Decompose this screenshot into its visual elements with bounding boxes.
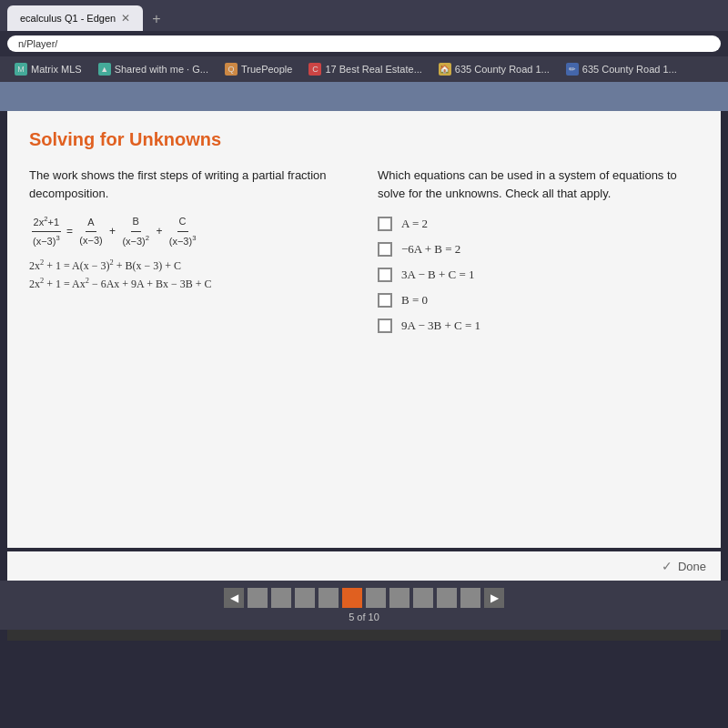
page-btn-3[interactable] (295, 588, 315, 608)
tab-close-icon[interactable]: ✕ (121, 12, 130, 25)
page-btn-5[interactable] (342, 588, 362, 608)
right-description: Which equations can be used in a system … (378, 167, 699, 202)
bottom-scrollbar[interactable] (7, 630, 721, 641)
checkbox-9a-3b-c[interactable] (378, 318, 392, 333)
section-title: Solving for Unknowns (29, 129, 699, 150)
left-panel: The work shows the first steps of writin… (29, 167, 350, 295)
bookmark-realestate-label: 17 Best Real Estate... (325, 64, 421, 75)
bookmark-county2[interactable]: ✏ 635 County Road 1... (559, 60, 684, 78)
next-button[interactable]: ▶ (484, 588, 504, 608)
question-layout: The work shows the first steps of writin… (29, 167, 699, 344)
county2-icon: ✏ (566, 63, 579, 76)
page-btn-10[interactable] (460, 588, 480, 608)
bookmark-matrix-mls[interactable]: M Matrix MLS (7, 60, 89, 78)
page-btn-6[interactable] (366, 588, 386, 608)
tab-bar: ecalculus Q1 - Edgen ✕ + (7, 5, 721, 31)
new-tab-button[interactable]: + (145, 7, 167, 31)
option-3a-b-c[interactable]: 3A − B + C = 1 (378, 268, 699, 282)
a-fraction: A (x−3) (77, 214, 104, 251)
matrix-mls-icon: M (15, 63, 27, 76)
bookmark-county2-label: 635 County Road 1... (582, 64, 677, 75)
page-btn-4[interactable] (318, 588, 339, 608)
pagination-row: ◀ ▶ (224, 588, 504, 608)
option-a2[interactable]: A = 2 (378, 217, 699, 231)
bookmark-county1[interactable]: 🏠 635 County Road 1... (431, 60, 557, 78)
option-9a-3b-c[interactable]: 9A − 3B + C = 1 (378, 318, 699, 333)
bookmark-county1-label: 635 County Road 1... (455, 64, 550, 75)
realestate-icon: C (308, 63, 321, 76)
bookmark-matrix-mls-label: Matrix MLS (31, 64, 82, 75)
bookmark-realestate[interactable]: C 17 Best Real Estate... (301, 60, 429, 78)
equation-line2: 2x2 + 1 = Ax2 − 6Ax + 9A + Bx − 3B + C (29, 277, 350, 291)
active-tab[interactable]: ecalculus Q1 - Edgen ✕ (7, 5, 143, 31)
page-indicator: 5 of 10 (349, 612, 379, 622)
address-bar-row: n/Player/ (0, 31, 728, 56)
county1-icon: 🏠 (439, 63, 451, 76)
browser-chrome: ecalculus Q1 - Edgen ✕ + (0, 0, 728, 31)
right-panel: Which equations can be used in a system … (378, 167, 699, 344)
prev-button[interactable]: ◀ (224, 588, 244, 608)
label-6a-b: −6A + B = 2 (401, 242, 460, 257)
left-description: The work shows the first steps of writin… (29, 167, 350, 202)
label-3a-b-c: 3A − B + C = 1 (401, 268, 475, 282)
label-a2: A = 2 (401, 217, 428, 231)
checkbox-6a-b[interactable] (378, 242, 392, 257)
done-check-icon: ✓ (662, 559, 672, 573)
main-fraction: 2x2+1 (x−3)3 (31, 213, 62, 251)
done-area: ✓ Done (7, 551, 721, 581)
fraction-equation: 2x2+1 (x−3)3 = A (x−3) + B (x−3)2 + C (x… (29, 213, 350, 251)
option-b0[interactable]: B = 0 (378, 293, 699, 308)
tab-label: ecalculus Q1 - Edgen (20, 13, 116, 24)
bookmark-shared[interactable]: ▲ Shared with me · G... (91, 60, 216, 78)
b-fraction: B (x−3)2 (120, 213, 151, 250)
bookmark-truepeople[interactable]: Q TruePeople (217, 60, 299, 78)
done-label: Done (678, 560, 706, 573)
page-btn-8[interactable] (413, 588, 433, 608)
page-btn-1[interactable] (248, 588, 268, 608)
address-bar[interactable]: n/Player/ (7, 35, 721, 52)
equation-line1: 2x2 + 1 = A(x − 3)2 + B(x − 3) + C (29, 258, 350, 273)
page-btn-7[interactable] (389, 588, 410, 608)
label-9a-3b-c: 9A − 3B + C = 1 (401, 318, 480, 333)
page-btn-9[interactable] (437, 588, 457, 608)
done-button[interactable]: ✓ Done (662, 559, 706, 573)
bookmarks-bar: M Matrix MLS ▲ Shared with me · G... Q T… (0, 56, 728, 82)
truepeople-icon: Q (225, 63, 238, 76)
page-btn-2[interactable] (271, 588, 291, 608)
bookmark-shared-label: Shared with me · G... (115, 64, 208, 75)
checkbox-a2[interactable] (378, 217, 392, 231)
page-header (0, 82, 728, 111)
shared-icon: ▲ (98, 63, 111, 76)
c-fraction: C (x−3)3 (167, 213, 198, 250)
option-6a-b[interactable]: −6A + B = 2 (378, 242, 699, 257)
checkbox-b0[interactable] (378, 293, 392, 308)
label-b0: B = 0 (401, 293, 428, 308)
nav-bar: ◀ ▶ 5 of 10 (0, 581, 728, 630)
bookmark-truepeople-label: TruePeople (241, 64, 292, 75)
checkbox-3a-b-c[interactable] (378, 268, 392, 282)
content-area: Solving for Unknowns The work shows the … (7, 111, 721, 548)
